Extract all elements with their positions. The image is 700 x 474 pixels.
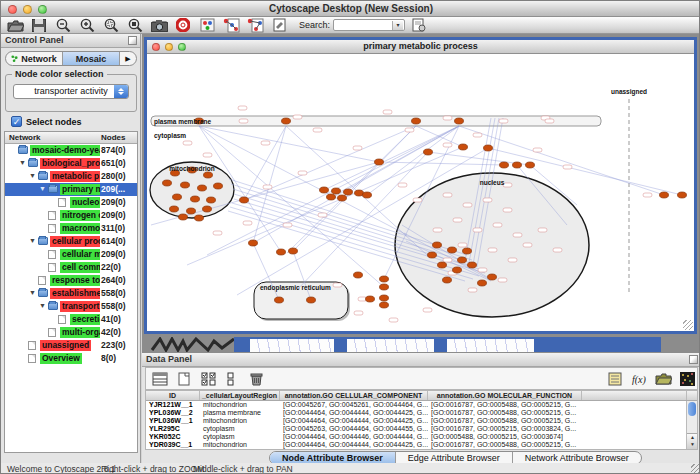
scrollbar-arrows[interactable]: ▲▼: [687, 433, 698, 449]
graph-node[interactable]: [198, 185, 207, 191]
graph-node[interactable]: [187, 208, 196, 214]
graph-node[interactable]: [363, 192, 372, 198]
tree-row[interactable]: ▼establishment of lo558(0): [5, 287, 137, 300]
new-attribute-icon[interactable]: [174, 371, 194, 386]
graph-node[interactable]: [240, 197, 249, 203]
graph-node[interactable]: [207, 197, 216, 203]
more-tabs-button[interactable]: ▶: [120, 52, 136, 65]
table-column-header[interactable]: ID: [146, 391, 200, 400]
graph-node[interactable]: [660, 192, 669, 198]
select-nodes-checkbox[interactable]: ✓: [11, 116, 22, 127]
table-row[interactable]: YDR039C__1mitochondrion[GO:0044464, GO:0…: [146, 441, 697, 449]
graph-node[interactable]: [275, 297, 284, 303]
table-row[interactable]: YPL036W__2plasma membrane[GO:0044464, GO…: [146, 409, 697, 417]
tree-row[interactable]: ▼metabolic process280(0): [5, 170, 137, 183]
graph-node[interactable]: [307, 297, 316, 303]
attribute-matrix-icon[interactable]: [677, 371, 697, 386]
tree-row[interactable]: secretion41(0): [5, 313, 137, 326]
table-column-header[interactable]: _cellularLayoutRegion: [200, 391, 280, 400]
tree-row[interactable]: Overview8(0): [5, 352, 137, 365]
expand-arrow-icon[interactable]: ▼: [39, 302, 46, 309]
import-attributes-icon[interactable]: [653, 371, 673, 386]
tree-row[interactable]: ▼cellular process614(0): [5, 235, 137, 248]
expand-arrow-icon[interactable]: ▼: [29, 289, 36, 296]
graph-node[interactable]: [433, 242, 442, 248]
graph-node[interactable]: [195, 215, 204, 221]
graph-node[interactable]: [344, 189, 353, 195]
graph-node[interactable]: [428, 252, 437, 258]
snapshot-icon[interactable]: [149, 18, 169, 33]
graph-node[interactable]: [380, 284, 389, 290]
tree-row[interactable]: multi-organism pro42(0): [5, 326, 137, 339]
graph-node[interactable]: [191, 196, 200, 202]
network-canvas[interactable]: plasma membranecytoplasmmitochondrionnuc…: [147, 55, 694, 331]
function-builder-icon[interactable]: f(x): [629, 371, 649, 386]
table-column-header[interactable]: annotation.GO CELLULAR_COMPONENT: [280, 391, 428, 400]
graph-node[interactable]: [249, 240, 258, 246]
delete-attribute-icon[interactable]: [246, 371, 266, 386]
help-ring-icon[interactable]: [173, 18, 193, 33]
open-icon[interactable]: [5, 18, 25, 33]
graph-node[interactable]: [468, 262, 477, 268]
graph-node[interactable]: [453, 267, 462, 273]
graph-node[interactable]: [488, 274, 497, 280]
table-row[interactable]: YPL036W__1mitochondrion[GO:0044464, GO:0…: [146, 417, 697, 425]
graph-node[interactable]: [355, 190, 364, 196]
annotation-icon[interactable]: [269, 18, 289, 33]
graph-node[interactable]: [424, 149, 433, 155]
graph-node[interactable]: [500, 162, 509, 168]
zoom-out-icon[interactable]: [53, 18, 73, 33]
graph-node[interactable]: [354, 272, 363, 278]
tree-row[interactable]: nitrogen compo209(0): [5, 209, 137, 222]
float-panel-icon[interactable]: [128, 36, 137, 45]
graph-node[interactable]: [484, 145, 493, 151]
graph-node[interactable]: [170, 206, 179, 212]
graph-node[interactable]: [203, 206, 212, 212]
expand-arrow-icon[interactable]: ▼: [29, 172, 36, 179]
graph-node[interactable]: [214, 183, 223, 189]
float-panel-icon[interactable]: [689, 355, 698, 364]
graph-node[interactable]: [513, 162, 522, 168]
table-column-header[interactable]: [582, 391, 687, 400]
tree-row[interactable]: ▼primary metabo209(...: [5, 183, 137, 196]
graph-node[interactable]: [204, 172, 213, 178]
network-import-icon[interactable]: [221, 18, 241, 33]
tab-mosaic[interactable]: Mosaic: [63, 52, 120, 65]
search-input[interactable]: ▾: [333, 19, 405, 31]
graph-node[interactable]: [455, 118, 464, 124]
expand-arrow-icon[interactable]: ▼: [19, 159, 26, 166]
tree-row[interactable]: response to stimulu264(0): [5, 274, 137, 287]
tree-row[interactable]: ▼transport558(0): [5, 300, 137, 313]
tree-row[interactable]: cellular metabo209(0): [5, 248, 137, 261]
scrollbar-thumb[interactable]: [688, 402, 696, 416]
expand-arrow-icon[interactable]: ▼: [29, 237, 36, 244]
attribute-editor-icon[interactable]: [605, 371, 625, 386]
graph-node[interactable]: [163, 180, 172, 186]
save-icon[interactable]: [29, 18, 49, 33]
tab-network[interactable]: Network: [6, 52, 63, 65]
table-column-header[interactable]: annotation.GO MOLECULAR_FUNCTION: [428, 391, 582, 400]
graph-node[interactable]: [179, 214, 188, 220]
search-settings-icon[interactable]: [409, 18, 429, 33]
vizmapper-icon[interactable]: [197, 18, 217, 33]
graph-node[interactable]: [380, 295, 389, 301]
app-resize-grip[interactable]: [691, 464, 700, 473]
graph-node[interactable]: [366, 296, 375, 302]
tree-row[interactable]: mosaic-demo-yeast874(0): [5, 144, 137, 157]
graph-node[interactable]: [526, 162, 535, 168]
graph-node[interactable]: [412, 118, 421, 124]
zoom-selected-icon[interactable]: [101, 18, 121, 33]
graph-node[interactable]: [289, 248, 298, 254]
graph-node[interactable]: [463, 248, 472, 254]
graph-node[interactable]: [181, 182, 190, 188]
table-row[interactable]: YLR295Ccytoplasm[GO:0045263, GO:0044464,…: [146, 425, 697, 433]
table-row[interactable]: YJR121W__1mitochondrion[GO:0045267, GO:0…: [146, 401, 697, 409]
graph-node[interactable]: [380, 276, 389, 282]
table-scrollbar[interactable]: ▲▼: [686, 401, 697, 449]
graph-node[interactable]: [282, 118, 291, 124]
table-row[interactable]: YKR052Ccytoplasm[GO:0044464, GO:0044446,…: [146, 433, 697, 441]
zoom-in-icon[interactable]: [77, 18, 97, 33]
graph-node[interactable]: [448, 247, 457, 253]
network-modify-icon[interactable]: [245, 18, 265, 33]
graph-node[interactable]: [375, 159, 384, 165]
